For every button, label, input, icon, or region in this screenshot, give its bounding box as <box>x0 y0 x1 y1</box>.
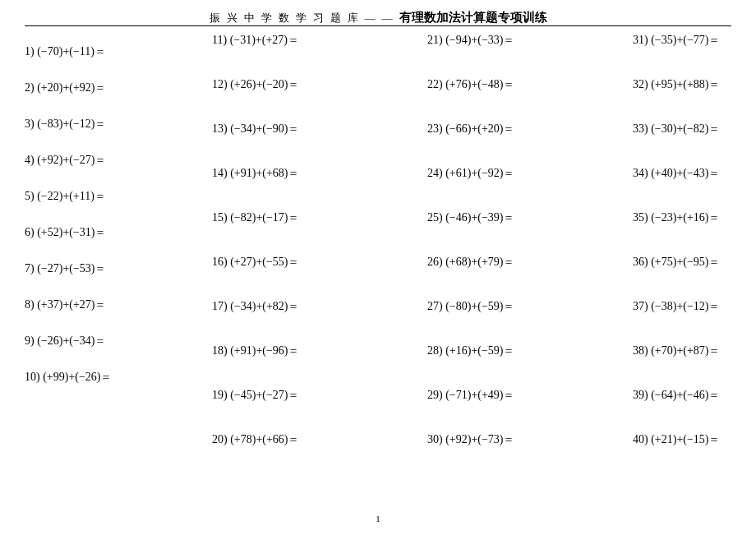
page-header: 振兴中学数学习题库——有理数加法计算题专项训练 <box>0 10 756 25</box>
problem: 18) (+91)+(−96)＝ <box>212 345 427 357</box>
problem: 36) (+75)+(−95)＝ <box>633 256 740 268</box>
problem: 37) (−38)+(−12)＝ <box>633 301 740 312</box>
problem: 6) (+52)+(−31)＝ <box>25 227 212 238</box>
problem: 31) (−35)+(−77)＝ <box>633 35 740 46</box>
problem: 24) (+61)+(−92)＝ <box>427 168 633 179</box>
problem: 25) (−46)+(−39)＝ <box>427 212 633 224</box>
problem: 26) (+68)+(+79)＝ <box>427 256 633 268</box>
problem: 22) (+76)+(−48)＝ <box>427 79 633 90</box>
problem: 29) (−71)+(+49)＝ <box>427 390 633 401</box>
problem: 17) (−34)+(+82)＝ <box>212 301 427 312</box>
problem: 10) (+99)+(−26)＝ <box>25 371 212 383</box>
problem: 7) (−27)+(−53)＝ <box>25 263 212 274</box>
header-title: 有理数加法计算题专项训练 <box>399 11 547 24</box>
problem: 27) (−80)+(−59)＝ <box>427 301 633 312</box>
column-2: 11) (−31)+(+27)＝ 12) (+26)+(−20)＝ 13) (−… <box>212 35 427 478</box>
problem: 32) (+95)+(+88)＝ <box>633 79 740 90</box>
problem: 9) (−26)+(−34)＝ <box>25 335 212 347</box>
header-rule <box>25 25 731 26</box>
problem: 19) (−45)+(−27)＝ <box>212 390 427 401</box>
problem: 40) (+21)+(−15)＝ <box>633 434 740 445</box>
problem: 28) (+16)+(−59)＝ <box>427 345 633 357</box>
problem: 20) (+78)+(+66)＝ <box>212 434 427 445</box>
page-number: 1 <box>0 514 756 523</box>
problem: 39) (−64)+(−46)＝ <box>633 390 740 401</box>
problem: 1) (−70)+(−11)＝ <box>25 46 212 58</box>
problem: 35) (−23)+(+16)＝ <box>633 212 740 224</box>
column-3: 21) (−94)+(−33)＝ 22) (+76)+(−48)＝ 23) (−… <box>427 35 633 478</box>
problem: 21) (−94)+(−33)＝ <box>427 35 633 46</box>
problem: 12) (+26)+(−20)＝ <box>212 79 427 90</box>
problem: 23) (−66)+(+20)＝ <box>427 123 633 135</box>
problem: 8) (+37)+(+27)＝ <box>25 299 212 311</box>
problem: 13) (−34)+(−90)＝ <box>212 123 427 135</box>
problem: 38) (+70)+(+87)＝ <box>633 345 740 357</box>
problem: 33) (−30)+(−82)＝ <box>633 123 740 135</box>
column-4: 31) (−35)+(−77)＝ 32) (+95)+(+88)＝ 33) (−… <box>633 35 740 478</box>
problem-columns: 1) (−70)+(−11)＝ 2) (+20)+(+92)＝ 3) (−83)… <box>25 35 740 478</box>
problem: 30) (+92)+(−73)＝ <box>427 434 633 445</box>
problem: 2) (+20)+(+92)＝ <box>25 82 212 94</box>
problem: 4) (+92)+(−27)＝ <box>25 155 212 166</box>
problem: 34) (+40)+(−43)＝ <box>633 168 740 179</box>
header-prefix: 振兴中学数学习题库—— <box>210 12 399 24</box>
problem: 16) (+27)+(−55)＝ <box>212 256 427 268</box>
problem: 3) (−83)+(−12)＝ <box>25 118 212 130</box>
column-1: 1) (−70)+(−11)＝ 2) (+20)+(+92)＝ 3) (−83)… <box>25 35 212 478</box>
problem: 15) (−82)+(−17)＝ <box>212 212 427 224</box>
problem: 11) (−31)+(+27)＝ <box>212 35 427 46</box>
problem: 5) (−22)+(+11)＝ <box>25 191 212 202</box>
problem: 14) (+91)+(+68)＝ <box>212 168 427 179</box>
